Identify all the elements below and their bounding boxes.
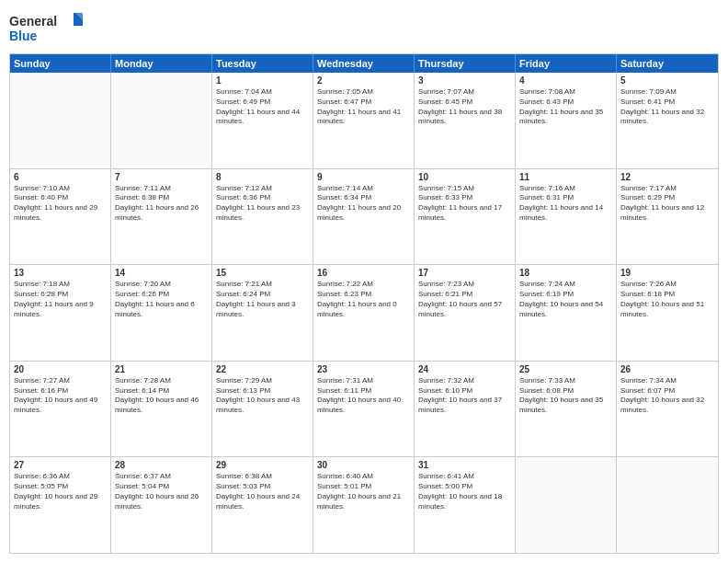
day-info: Sunrise: 7:32 AM Sunset: 6:10 PM Dayligh… (418, 376, 511, 416)
day-info: Sunrise: 7:34 AM Sunset: 6:07 PM Dayligh… (620, 376, 714, 416)
calendar-header: SundayMondayTuesdayWednesdayThursdayFrid… (10, 54, 718, 73)
day-number: 28 (115, 460, 208, 470)
day-info: Sunrise: 7:27 AM Sunset: 6:16 PM Dayligh… (14, 376, 107, 416)
day-number: 4 (519, 75, 612, 86)
day-number: 15 (216, 268, 309, 278)
day-info: Sunrise: 7:28 AM Sunset: 6:14 PM Dayligh… (115, 376, 208, 416)
calendar-cell: 7Sunrise: 7:11 AM Sunset: 6:38 PM Daylig… (111, 169, 212, 265)
day-number: 22 (216, 364, 309, 374)
day-number: 13 (14, 268, 107, 278)
day-info: Sunrise: 7:15 AM Sunset: 6:33 PM Dayligh… (418, 184, 511, 224)
day-info: Sunrise: 7:17 AM Sunset: 6:29 PM Dayligh… (620, 184, 714, 224)
day-number: 6 (14, 172, 107, 182)
day-info: Sunrise: 7:24 AM Sunset: 6:19 PM Dayligh… (519, 280, 612, 319)
calendar-cell: 3Sunrise: 7:07 AM Sunset: 6:45 PM Daylig… (415, 73, 516, 168)
day-number: 29 (216, 460, 309, 470)
day-info: Sunrise: 6:36 AM Sunset: 5:05 PM Dayligh… (14, 472, 107, 511)
day-info: Sunrise: 7:22 AM Sunset: 6:23 PM Dayligh… (317, 280, 410, 319)
calendar-cell: 9Sunrise: 7:14 AM Sunset: 6:34 PM Daylig… (313, 169, 415, 265)
cal-header-day: Sunday (10, 54, 111, 73)
header: General Blue (9, 9, 719, 46)
calendar-cell: 30Sunrise: 6:40 AM Sunset: 5:01 PM Dayli… (313, 457, 415, 553)
calendar-cell (111, 73, 212, 168)
day-number: 1 (216, 75, 309, 86)
day-info: Sunrise: 7:18 AM Sunset: 6:28 PM Dayligh… (14, 280, 107, 319)
day-number: 27 (14, 460, 107, 470)
calendar-cell (516, 457, 617, 553)
cal-header-day: Monday (111, 54, 212, 73)
calendar-cell: 6Sunrise: 7:10 AM Sunset: 6:40 PM Daylig… (10, 169, 111, 265)
day-info: Sunrise: 7:31 AM Sunset: 6:11 PM Dayligh… (317, 376, 410, 416)
calendar-cell: 31Sunrise: 6:41 AM Sunset: 5:00 PM Dayli… (415, 457, 516, 553)
day-number: 21 (115, 364, 208, 374)
cal-header-day: Wednesday (313, 54, 415, 73)
cal-header-day: Tuesday (212, 54, 313, 73)
calendar-cell: 4Sunrise: 7:08 AM Sunset: 6:43 PM Daylig… (516, 73, 617, 168)
calendar-week: 20Sunrise: 7:27 AM Sunset: 6:16 PM Dayli… (10, 362, 718, 458)
calendar-cell: 2Sunrise: 7:05 AM Sunset: 6:47 PM Daylig… (313, 73, 415, 168)
day-number: 20 (14, 364, 107, 374)
calendar-cell: 25Sunrise: 7:33 AM Sunset: 6:08 PM Dayli… (516, 362, 617, 457)
day-info: Sunrise: 7:05 AM Sunset: 6:47 PM Dayligh… (317, 87, 410, 127)
calendar-cell: 22Sunrise: 7:29 AM Sunset: 6:13 PM Dayli… (212, 362, 313, 457)
day-info: Sunrise: 7:21 AM Sunset: 6:24 PM Dayligh… (216, 280, 309, 319)
calendar-cell: 17Sunrise: 7:23 AM Sunset: 6:21 PM Dayli… (415, 265, 516, 361)
calendar-cell: 18Sunrise: 7:24 AM Sunset: 6:19 PM Dayli… (516, 265, 617, 361)
calendar-cell: 23Sunrise: 7:31 AM Sunset: 6:11 PM Dayli… (313, 362, 415, 457)
calendar-cell: 14Sunrise: 7:20 AM Sunset: 6:26 PM Dayli… (111, 265, 212, 361)
day-info: Sunrise: 7:33 AM Sunset: 6:08 PM Dayligh… (519, 376, 612, 416)
calendar-cell: 10Sunrise: 7:15 AM Sunset: 6:33 PM Dayli… (415, 169, 516, 265)
calendar-cell: 8Sunrise: 7:12 AM Sunset: 6:36 PM Daylig… (212, 169, 313, 265)
calendar-cell: 5Sunrise: 7:09 AM Sunset: 6:41 PM Daylig… (617, 73, 718, 168)
day-number: 19 (620, 268, 714, 278)
logo: General Blue (9, 9, 83, 46)
day-info: Sunrise: 6:37 AM Sunset: 5:04 PM Dayligh… (115, 472, 208, 511)
cal-header-day: Friday (516, 54, 617, 73)
cal-header-day: Saturday (617, 54, 718, 73)
day-number: 2 (317, 75, 410, 86)
calendar-cell (10, 73, 111, 168)
calendar-week: 13Sunrise: 7:18 AM Sunset: 6:28 PM Dayli… (10, 265, 718, 362)
day-info: Sunrise: 7:10 AM Sunset: 6:40 PM Dayligh… (14, 184, 107, 224)
cal-header-day: Thursday (415, 54, 516, 73)
day-number: 23 (317, 364, 410, 374)
calendar-cell: 26Sunrise: 7:34 AM Sunset: 6:07 PM Dayli… (617, 362, 718, 457)
day-number: 17 (418, 268, 511, 278)
day-number: 25 (519, 364, 612, 374)
day-info: Sunrise: 6:41 AM Sunset: 5:00 PM Dayligh… (418, 472, 511, 511)
day-number: 26 (620, 364, 714, 374)
day-info: Sunrise: 7:12 AM Sunset: 6:36 PM Dayligh… (216, 184, 309, 224)
svg-text:General: General (9, 14, 57, 29)
day-number: 3 (418, 75, 511, 86)
day-number: 24 (418, 364, 511, 374)
calendar-cell: 28Sunrise: 6:37 AM Sunset: 5:04 PM Dayli… (111, 457, 212, 553)
calendar-cell: 1Sunrise: 7:04 AM Sunset: 6:49 PM Daylig… (212, 73, 313, 168)
day-number: 8 (216, 172, 309, 182)
logo-svg: General Blue (9, 9, 83, 46)
day-number: 5 (620, 75, 714, 86)
day-info: Sunrise: 7:23 AM Sunset: 6:21 PM Dayligh… (418, 280, 511, 319)
calendar-cell: 21Sunrise: 7:28 AM Sunset: 6:14 PM Dayli… (111, 362, 212, 457)
calendar-week: 1Sunrise: 7:04 AM Sunset: 6:49 PM Daylig… (10, 73, 718, 169)
calendar-cell: 24Sunrise: 7:32 AM Sunset: 6:10 PM Dayli… (415, 362, 516, 457)
calendar-cell: 13Sunrise: 7:18 AM Sunset: 6:28 PM Dayli… (10, 265, 111, 361)
calendar-cell: 27Sunrise: 6:36 AM Sunset: 5:05 PM Dayli… (10, 457, 111, 553)
day-info: Sunrise: 7:07 AM Sunset: 6:45 PM Dayligh… (418, 87, 511, 127)
day-number: 11 (519, 172, 612, 182)
svg-text:Blue: Blue (9, 29, 38, 43)
day-number: 18 (519, 268, 612, 278)
day-number: 31 (418, 460, 511, 470)
calendar-week: 27Sunrise: 6:36 AM Sunset: 5:05 PM Dayli… (10, 457, 718, 553)
day-number: 30 (317, 460, 410, 470)
day-number: 12 (620, 172, 714, 182)
calendar-cell: 12Sunrise: 7:17 AM Sunset: 6:29 PM Dayli… (617, 169, 718, 265)
day-number: 9 (317, 172, 410, 182)
calendar-cell: 19Sunrise: 7:26 AM Sunset: 6:18 PM Dayli… (617, 265, 718, 361)
day-info: Sunrise: 7:04 AM Sunset: 6:49 PM Dayligh… (216, 87, 309, 127)
page: General Blue SundayMondayTuesdayWednesda… (0, 0, 728, 563)
day-info: Sunrise: 7:26 AM Sunset: 6:18 PM Dayligh… (620, 280, 714, 319)
calendar-cell: 29Sunrise: 6:38 AM Sunset: 5:03 PM Dayli… (212, 457, 313, 553)
day-info: Sunrise: 6:40 AM Sunset: 5:01 PM Dayligh… (317, 472, 410, 511)
day-info: Sunrise: 7:11 AM Sunset: 6:38 PM Dayligh… (115, 184, 208, 224)
calendar: SundayMondayTuesdayWednesdayThursdayFrid… (9, 53, 719, 554)
